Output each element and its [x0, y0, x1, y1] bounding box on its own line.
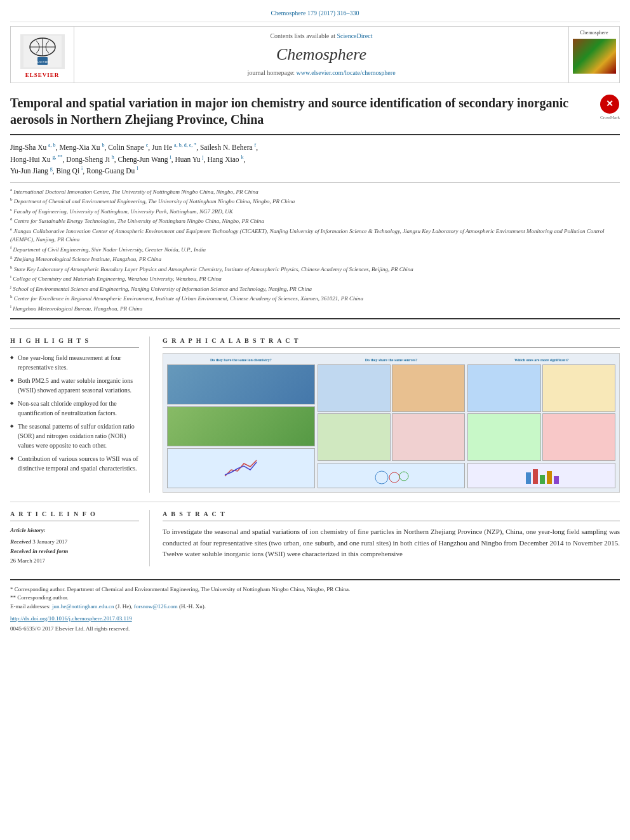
crossmark: ✕ CrossMark	[600, 95, 620, 121]
affiliations-section: a International Doctoral Innovation Cent…	[10, 187, 620, 320]
article-received: Received 3 January 2017	[10, 537, 139, 547]
elsevier-logo: ELSEVIER ELSEVIER	[11, 27, 74, 83]
affiliation-g: g Zhejiang Meteorological Science Instit…	[10, 254, 620, 264]
email1-text: jun.he@nottingham.edu.cn	[52, 603, 114, 610]
affiliation-f: f Department of Civil Engineering, Shiv …	[10, 244, 620, 255]
article-info-header: A R T I C L E I N F O	[10, 510, 139, 521]
citation-bar: Chemosphere 179 (2017) 316–330	[10, 6, 620, 22]
ga-question2: Do they share the same sources?	[318, 357, 466, 363]
crossmark-label: CrossMark	[600, 115, 620, 121]
highlights-header: H I G H L I G H T S	[10, 337, 139, 348]
affiliation-e: e Jiangsu Collaborative Innovation Cente…	[10, 226, 620, 244]
affiliation-l: l Hangzhou Meteorological Bureau, Hangzh…	[10, 303, 620, 314]
graphical-abstract-column: G R A P H I C A L A B S T R A C T Do the…	[163, 337, 620, 493]
thumb-title: Chemosphere	[580, 29, 608, 36]
journal-title: Chemosphere	[276, 43, 366, 66]
elsevier-logo-image: ELSEVIER	[20, 34, 65, 69]
abstract-text: To investigate the seasonal and spatial …	[163, 526, 620, 560]
citation-text: Chemosphere 179 (2017) 316–330	[271, 10, 359, 17]
authors-line: Jing-Sha Xu a, b, Meng-Xia Xu b, Colin S…	[10, 142, 620, 177]
received-label: Received	[10, 538, 32, 545]
affiliation-b: b Department of Chemical and Environment…	[10, 196, 620, 206]
doi-text: http://dx.doi.org/10.1016/j.chemosphere.…	[10, 615, 132, 622]
homepage-url: www.elsevier.com/locate/chemosphere	[297, 69, 396, 76]
article-abstract-wrapper: A R T I C L E I N F O Article history: R…	[10, 502, 620, 566]
email1-link[interactable]: jun.he@nottingham.edu.cn	[52, 603, 116, 610]
article-info-column: A R T I C L E I N F O Article history: R…	[10, 510, 150, 566]
homepage-line: journal homepage: www.elsevier.com/locat…	[247, 69, 395, 77]
sciencedirect-text: ScienceDirect	[337, 32, 372, 39]
footnotes-section: * Corresponding author. Department of Ch…	[10, 579, 620, 633]
doi-link[interactable]: http://dx.doi.org/10.1016/j.chemosphere.…	[10, 615, 620, 623]
svg-rect-11	[540, 475, 545, 484]
svg-rect-12	[547, 471, 552, 484]
ga-question1: Do they have the same ion chemistry?	[167, 357, 315, 363]
article-revised-date: 26 March 2017	[10, 556, 139, 566]
sciencedirect-link[interactable]: ScienceDirect	[337, 32, 372, 39]
corresponding1-text: * Corresponding author. Department of Ch…	[10, 586, 350, 592]
journal-header: ELSEVIER ELSEVIER Contents lists availab…	[10, 26, 620, 83]
svg-point-6	[375, 471, 388, 484]
revised-label: Received in revised form	[10, 548, 68, 554]
highlights-list: One year-long field measurement at four …	[10, 353, 139, 473]
copyright-text: 0045-6535/© 2017 Elsevier Ltd. All right…	[10, 625, 620, 633]
highlight-item-5: Contribution of various sources to WSII …	[10, 454, 139, 473]
contents-line: Contents lists available at ScienceDirec…	[270, 32, 372, 41]
highlight-item-4: The seasonal patterns of sulfur oxidatio…	[10, 422, 139, 450]
svg-text:ELSEVIER: ELSEVIER	[35, 60, 50, 63]
abstract-header: A B S T R A C T	[163, 510, 620, 521]
homepage-link[interactable]: www.elsevier.com/locate/chemosphere	[297, 69, 396, 76]
highlight-item-2: Both PM2.5 and water soluble inorganic i…	[10, 376, 139, 395]
email2-text: forsnow@126.com	[134, 603, 178, 610]
footnote-corresponding1: * Corresponding author. Department of Ch…	[10, 585, 620, 594]
affiliation-k: k Center for Excellence in Regional Atmo…	[10, 293, 620, 303]
svg-point-8	[399, 472, 408, 481]
affiliation-a: a International Doctoral Innovation Cent…	[10, 187, 620, 197]
crossmark-icon: ✕	[600, 95, 619, 114]
highlights-graphical-wrapper: H I G H L I G H T S One year-long field …	[10, 328, 620, 493]
email2-name: (H.-H. Xu).	[179, 603, 206, 610]
svg-rect-13	[554, 476, 559, 484]
footnote-corresponding2: ** Corresponding author.	[10, 594, 620, 603]
authors-section: Jing-Sha Xu a, b, Meng-Xia Xu b, Colin S…	[10, 142, 620, 182]
svg-point-7	[389, 472, 399, 483]
affiliation-c: c Faculty of Engineering, University of …	[10, 206, 620, 217]
highlight-item-3: Non-sea salt chloride employed for the q…	[10, 399, 139, 418]
graphical-abstract-header: G R A P H I C A L A B S T R A C T	[163, 337, 620, 348]
abstract-column: A B S T R A C T To investigate the seaso…	[163, 510, 620, 566]
affiliation-i: i College of Chemistry and Materials Eng…	[10, 274, 620, 284]
affiliation-h: h State Key Laboratory of Atmospheric Bo…	[10, 264, 620, 274]
journal-thumbnail: Chemosphere	[568, 27, 619, 83]
email-label: E-mail addresses:	[10, 603, 52, 610]
email2-link[interactable]: forsnow@126.com	[134, 603, 179, 610]
svg-rect-10	[533, 469, 538, 484]
graphical-abstract-image: Do they have the same ion chemistry? Do	[163, 353, 620, 493]
corresponding2-text: ** Corresponding author.	[10, 594, 69, 601]
thumb-image	[573, 39, 616, 74]
email1-name: (J. He),	[116, 603, 134, 610]
affiliation-j: j School of Environmental Science and En…	[10, 284, 620, 294]
ga-question3: Which ones are more significant?	[467, 357, 615, 363]
contents-text: Contents lists available at	[270, 32, 337, 39]
elsevier-brand-text: ELSEVIER	[25, 71, 60, 79]
article-title: Temporal and spatial variation in major …	[10, 95, 594, 128]
article-history-label: Article history:	[10, 526, 139, 535]
email-footnote: E-mail addresses: jun.he@nottingham.edu.…	[10, 603, 620, 611]
highlight-item-1: One year-long field measurement at four …	[10, 353, 139, 372]
received-date: 3 January 2017	[32, 538, 67, 545]
highlights-column: H I G H L I G H T S One year-long field …	[10, 337, 150, 493]
svg-rect-9	[526, 472, 531, 484]
article-title-section: Temporal and spatial variation in major …	[10, 95, 620, 135]
affiliation-d: d Centre for Sustainable Energy Technolo…	[10, 216, 620, 226]
article-revised-label: Received in revised form	[10, 547, 139, 556]
journal-center: Contents lists available at ScienceDirec…	[74, 27, 568, 83]
homepage-label: journal homepage:	[247, 69, 296, 76]
